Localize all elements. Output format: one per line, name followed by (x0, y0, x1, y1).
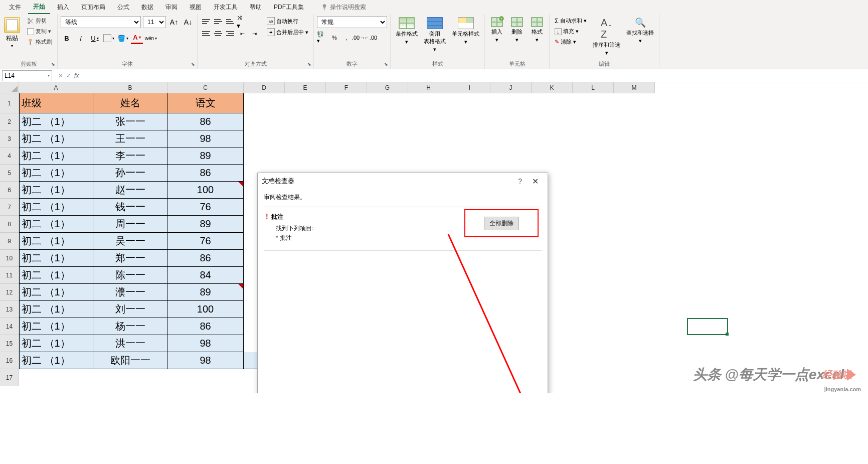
cell[interactable]: 89 (167, 216, 244, 233)
number-format-select[interactable]: 常规 (317, 16, 387, 28)
cell[interactable]: 周一一 (93, 216, 167, 233)
cell[interactable]: 89 (167, 147, 244, 165)
column-header[interactable]: I (449, 82, 490, 93)
cell[interactable]: 89 (167, 284, 244, 301)
wrap-text-button[interactable]: ab自动换行 (265, 16, 310, 26)
phonetic-button[interactable]: wén (145, 32, 157, 44)
row-header[interactable]: 6 (0, 182, 19, 199)
column-header[interactable]: E (285, 82, 326, 93)
column-header[interactable]: H (408, 82, 449, 93)
accounting-format-button[interactable]: 💱 ▾ (317, 32, 328, 43)
name-box[interactable]: L14▾ (2, 70, 52, 81)
cell[interactable]: 孙一一 (93, 165, 167, 182)
cell[interactable]: 86 (167, 113, 244, 130)
cell[interactable]: 100 (167, 182, 244, 199)
alignment-dialog-launcher[interactable]: ⬊ (306, 62, 312, 68)
cell[interactable]: 初二 （1） (19, 147, 93, 165)
cell[interactable]: 洪一一 (93, 335, 167, 352)
cell[interactable]: 76 (167, 199, 244, 216)
row-header[interactable]: 1 (0, 93, 19, 113)
row-header[interactable]: 3 (0, 130, 19, 147)
dialog-help-button[interactable]: ? (513, 177, 527, 185)
cell[interactable]: 初二 （1） (19, 216, 93, 233)
cell[interactable]: 98 (167, 352, 244, 369)
row-header[interactable]: 5 (0, 165, 19, 182)
cell[interactable]: 初二 （1） (19, 199, 93, 216)
align-top-button[interactable] (201, 16, 212, 27)
insert-cells-button[interactable]: +插入▾ (488, 16, 506, 59)
column-header[interactable]: L (573, 82, 614, 93)
align-middle-button[interactable] (213, 16, 224, 27)
cell-styles-button[interactable]: 单元格样式▾ (450, 16, 481, 59)
cell[interactable]: 初二 （1） (19, 182, 93, 199)
align-right-button[interactable] (225, 28, 236, 39)
font-dialog-launcher[interactable]: ⬊ (190, 62, 196, 68)
number-dialog-launcher[interactable]: ⬊ (383, 62, 389, 68)
orientation-button[interactable]: ⤭ ▾ (237, 16, 248, 27)
cell[interactable]: 钱一一 (93, 199, 167, 216)
row-header[interactable]: 16 (0, 352, 19, 369)
cell[interactable]: 张一一 (93, 113, 167, 130)
bold-button[interactable]: B (61, 32, 73, 44)
column-header[interactable]: D (244, 82, 285, 93)
cut-button[interactable]: 剪切 (25, 16, 54, 26)
cell[interactable]: 初二 （1） (19, 113, 93, 130)
fill-color-button[interactable]: 🪣 (117, 32, 129, 44)
row-header[interactable]: 8 (0, 216, 19, 233)
paste-button[interactable]: 粘贴 ▾ (3, 16, 21, 59)
enter-formula-button[interactable]: ✓ (66, 72, 71, 79)
menu-insert[interactable]: 插入 (52, 1, 74, 14)
cell[interactable]: 初二 （1） (19, 335, 93, 352)
cell[interactable]: 李一一 (93, 147, 167, 165)
fx-icon[interactable]: fx (74, 72, 79, 79)
column-header[interactable]: J (490, 82, 532, 93)
row-header[interactable]: 14 (0, 318, 19, 335)
cell[interactable]: 98 (167, 335, 244, 352)
delete-all-button[interactable]: 全部删除 (484, 217, 519, 230)
cell[interactable]: 初二 （1） (19, 284, 93, 301)
italic-button[interactable]: I (75, 32, 87, 44)
align-center-button[interactable] (213, 28, 224, 39)
row-header[interactable]: 11 (0, 267, 19, 284)
fill-button[interactable]: 填充 ▾ (553, 27, 589, 36)
cell[interactable]: 86 (167, 318, 244, 335)
decrease-decimal-button[interactable]: ←.00 (365, 32, 376, 43)
dialog-titlebar[interactable]: 文档检查器 ? ✕ (258, 173, 548, 189)
column-header[interactable]: M (614, 82, 655, 93)
table-header-cell[interactable]: 姓名 (93, 93, 167, 113)
menu-page-layout[interactable]: 页面布局 (76, 1, 110, 14)
cell[interactable]: 陈一一 (93, 267, 167, 284)
cell[interactable]: 初二 （1） (19, 318, 93, 335)
row-header[interactable]: 12 (0, 284, 19, 301)
column-header[interactable]: F (326, 82, 367, 93)
border-button[interactable] (103, 32, 115, 44)
cell[interactable]: 初二 （1） (19, 301, 93, 318)
column-header[interactable]: K (532, 82, 573, 93)
cell[interactable]: 98 (167, 130, 244, 147)
formula-input[interactable] (83, 70, 868, 81)
menu-developer[interactable]: 开发工具 (209, 1, 243, 14)
merge-center-button[interactable]: ⬌合并后居中 ▾ (265, 27, 310, 37)
cell[interactable]: 郑一一 (93, 250, 167, 267)
percent-button[interactable]: % (329, 32, 340, 43)
row-header[interactable]: 7 (0, 199, 19, 216)
delete-cells-button[interactable]: 删除▾ (508, 16, 526, 59)
row-header[interactable]: 13 (0, 301, 19, 318)
row-header[interactable]: 9 (0, 233, 19, 250)
cell[interactable]: 初二 （1） (19, 233, 93, 250)
tell-me-search[interactable]: 操作说明搜索 (321, 3, 366, 12)
increase-font-button[interactable]: A↑ (168, 16, 180, 28)
font-name-select[interactable]: 等线 (61, 16, 141, 28)
copy-button[interactable]: 复制 ▾ (25, 27, 54, 36)
menu-file[interactable]: 文件 (4, 1, 26, 14)
decrease-indent-button[interactable]: ⇤ (237, 28, 248, 39)
table-header-cell[interactable]: 语文 (167, 93, 244, 113)
cell[interactable]: 欧阳一一 (93, 352, 167, 369)
table-header-cell[interactable]: 班级 (19, 93, 93, 113)
select-all-corner[interactable] (0, 82, 19, 93)
autosum-button[interactable]: 自动求和 ▾ (553, 16, 589, 26)
align-left-button[interactable] (201, 28, 212, 39)
cancel-formula-button[interactable]: ✕ (58, 72, 63, 79)
comma-button[interactable]: , (341, 32, 352, 43)
column-header[interactable]: B (93, 82, 167, 93)
